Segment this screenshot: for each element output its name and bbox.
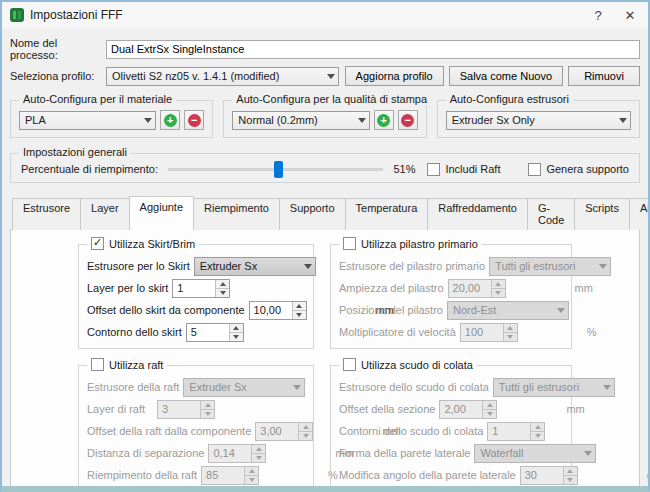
spin-down-icon <box>531 431 544 440</box>
infill-label: Percentuale di riempimento: <box>21 163 158 175</box>
shield-outlines-spin: 1 <box>487 422 545 441</box>
spin-up-icon[interactable] <box>230 324 243 332</box>
infill-slider[interactable] <box>168 160 383 178</box>
tab-layer[interactable]: Layer <box>80 198 130 230</box>
quality-select[interactable]: Normal (0.2mm) <box>232 111 369 130</box>
add-quality-button[interactable]: + <box>374 110 394 130</box>
ooze-shield-group: Utilizza scudo di colata Estrusore dello… <box>330 365 572 486</box>
field-label: Forma della parete laterale <box>339 447 474 459</box>
prime-pillar-group: Utilizza pilastro primario Estrusore del… <box>330 244 572 349</box>
prime-pillar-checkbox[interactable] <box>343 237 356 250</box>
shield-offset-row: Offset della sezione 2,00 mm <box>339 398 563 420</box>
field-label: Offset della raft dalla componente <box>87 425 255 437</box>
tab-gcode[interactable]: G-Code <box>527 198 575 230</box>
tab-riempimento[interactable]: Riempimento <box>193 198 280 230</box>
field-value: 100 <box>461 324 503 341</box>
save-as-new-button[interactable]: Salva come Nuovo <box>449 66 563 86</box>
pillar-extruder-select: Tutti gli estrusori <box>489 257 611 276</box>
field-label: Riempimento della raft <box>87 469 201 481</box>
skirt-brim-checkbox[interactable]: ✓ <box>91 237 104 250</box>
infill-slider-handle[interactable] <box>274 161 283 178</box>
pillar-width-spin: 20,00 <box>448 279 506 298</box>
skirt-layers-spin[interactable]: 1 <box>172 279 230 298</box>
tab-estrusore[interactable]: Estrusore <box>12 198 81 230</box>
close-button[interactable]: ✕ <box>614 3 646 27</box>
profile-row: Seleziona profilo: Olivetti S2 nz05 v. 1… <box>10 66 640 86</box>
generate-support-checkbox[interactable] <box>528 163 541 176</box>
prime-pillar-group-title: Utilizza pilastro primario <box>339 237 482 250</box>
spin-up-icon[interactable] <box>216 280 229 288</box>
tab-supporto[interactable]: Supporto <box>279 198 346 230</box>
spin-down-icon[interactable] <box>216 288 229 297</box>
skirt-offset-spin[interactable]: 10,00 <box>249 301 307 320</box>
spin-up-icon[interactable] <box>293 302 306 310</box>
tab-temperatura[interactable]: Temperatura <box>345 198 429 230</box>
tab-scripts[interactable]: Scripts <box>574 198 630 230</box>
add-material-button[interactable]: + <box>160 110 180 130</box>
help-button[interactable]: ? <box>582 3 614 27</box>
tab-raffreddamento[interactable]: Raffreddamento <box>427 198 528 230</box>
aggiunte-tab-panel: ✓ Utilizza Skirt/Brim Estrusore per lo S… <box>10 229 640 486</box>
skirt-layers-row: Layer per lo skirt 1 <box>87 277 305 299</box>
shield-extruder-row: Estrusore dello scudo di colata Tutti gl… <box>339 376 563 398</box>
shield-angle-row: Modifica angolo della parete laterale 30… <box>339 464 563 486</box>
remove-quality-button[interactable]: − <box>398 110 418 130</box>
tab-altro[interactable]: Altro <box>629 198 648 230</box>
fff-settings-dialog: Impostazioni FFF ? ✕ Nome del processo: … <box>0 0 650 492</box>
settings-tabs: Estrusore Layer Aggiunte Riempimento Sup… <box>10 198 640 230</box>
minus-icon: − <box>401 114 414 127</box>
process-name-label: Nome del processo: <box>10 37 106 61</box>
spin-down-icon[interactable] <box>293 310 306 319</box>
field-label: Distanza di separazione <box>87 447 208 459</box>
process-name-input[interactable] <box>106 40 640 59</box>
skirt-brim-group: ✓ Utilizza Skirt/Brim Estrusore per lo S… <box>78 244 314 349</box>
spin-up-icon <box>483 401 496 409</box>
field-value: 10,00 <box>250 302 292 319</box>
chevron-down-icon <box>619 118 627 123</box>
field-value: Nord-Est <box>453 304 553 316</box>
remove-material-button[interactable]: − <box>184 110 204 130</box>
field-label: Layer di raft <box>87 403 157 415</box>
spin-down-icon[interactable] <box>230 332 243 341</box>
raft-infill-spin: 85 <box>201 466 259 485</box>
spin-buttons <box>200 401 214 418</box>
spin-buttons <box>563 467 577 484</box>
skirt-extruder-select[interactable]: Extruder Sx <box>194 257 316 276</box>
ooze-shield-checkbox[interactable] <box>343 358 356 371</box>
field-unit: grad <box>642 469 648 481</box>
skirt-outlines-spin[interactable]: 5 <box>186 323 244 342</box>
field-value: Waterfall <box>480 447 580 459</box>
spin-buttons <box>530 423 544 440</box>
update-profile-button[interactable]: Aggiorna profilo <box>345 66 444 86</box>
general-settings-group: Impostazioni generali Percentuale di rie… <box>10 153 640 183</box>
material-select[interactable]: PLA <box>19 111 156 130</box>
autoconfig-material-group: Auto-Configura per il materiale PLA + − <box>10 100 213 138</box>
generate-support-option[interactable]: Genera supporto <box>528 163 629 176</box>
tab-aggiunte[interactable]: Aggiunte <box>129 196 194 230</box>
spin-down-icon <box>252 453 265 462</box>
spin-buttons <box>503 324 517 341</box>
shield-sidewall-shape-row: Forma della parete laterale Waterfall <box>339 442 563 464</box>
spin-down-icon <box>299 431 312 440</box>
spin-buttons <box>298 423 312 440</box>
include-raft-option[interactable]: Includi Raft <box>427 163 500 176</box>
skirt-extruder-row: Estrusore per lo Skirt Extruder Sx <box>87 255 305 277</box>
field-unit: mm <box>570 282 596 294</box>
shield-outlines-row: Contorni dello scudo di colata 1 <box>339 420 563 442</box>
raft-checkbox[interactable] <box>91 358 104 371</box>
shield-sidewall-shape-select: Waterfall <box>474 444 596 463</box>
raft-layers-spin: 3 <box>157 400 215 419</box>
raft-offset-row: Offset della raft dalla componente 3,00 … <box>87 420 305 442</box>
raft-infill-row: Riempimento della raft 85 % <box>87 464 305 486</box>
field-value: 3,00 <box>256 423 298 440</box>
chevron-down-icon <box>603 385 611 390</box>
remove-profile-button[interactable]: Rimuovi <box>568 66 640 86</box>
spin-buttons <box>491 280 505 297</box>
autoconfig-quality-title: Auto-Configura per la qualità di stampa <box>232 93 431 105</box>
field-value: 0,14 <box>209 445 251 462</box>
chevron-down-icon <box>304 264 312 269</box>
extruders-select[interactable]: Extruder Sx Only <box>446 111 631 130</box>
include-raft-checkbox[interactable] <box>427 163 440 176</box>
shield-angle-spin: 30 <box>520 466 578 485</box>
profile-select[interactable]: Olivetti S2 nz05 v. 1.4.1 (modified) <box>106 67 339 86</box>
